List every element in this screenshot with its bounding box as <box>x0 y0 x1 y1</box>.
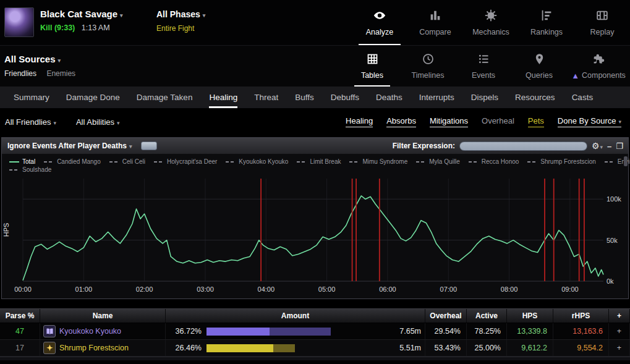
nav-label: Compare <box>419 28 451 36</box>
done-by-source-dropdown[interactable]: Done By Source▾ <box>558 116 621 127</box>
tab-debuffs[interactable]: Debuffs <box>331 87 359 108</box>
tab-interrupts[interactable]: Interrupts <box>419 87 454 108</box>
ignore-deaths-checkbox[interactable] <box>141 142 157 150</box>
tab-threat[interactable]: Threat <box>254 87 278 108</box>
clipped-table-row <box>0 357 630 360</box>
phase-dropdown[interactable]: All Phases▾ <box>156 9 205 19</box>
expand-row-button[interactable]: + <box>609 323 630 339</box>
toggle-absorbs[interactable]: Absorbs <box>386 116 416 127</box>
table-row[interactable]: 47 Kyoukoko Kyouko 36.72% 7.65m 29.54% 7… <box>0 323 630 340</box>
legend-item-total[interactable]: Total <box>9 158 35 166</box>
tab-healing[interactable]: Healing <box>209 87 237 108</box>
legend-item[interactable]: Celi Celi <box>109 158 145 166</box>
nav-compare[interactable]: Compare <box>407 0 463 45</box>
series-swatch <box>9 169 19 171</box>
header-active[interactable]: Active <box>467 309 507 323</box>
tab-resources[interactable]: Resources <box>515 87 555 108</box>
legend-item[interactable]: Soulshade <box>9 166 51 174</box>
tab-deaths[interactable]: Deaths <box>376 87 402 108</box>
nav-analyze[interactable]: Analyze <box>352 0 407 45</box>
nav-replay[interactable]: Replay <box>574 0 630 45</box>
tab-dispels[interactable]: Dispels <box>471 87 498 108</box>
list-icon <box>477 53 490 67</box>
ranking-list-icon <box>540 9 553 24</box>
fight-time: 1:13 AM <box>82 23 110 32</box>
nav-mechanics[interactable]: Mechanics <box>463 0 519 45</box>
nav-rankings[interactable]: Rankings <box>519 0 574 45</box>
header-overheal[interactable]: Overheal <box>425 309 467 323</box>
abilities-dropdown[interactable]: All Abilities▾ <box>76 117 120 127</box>
tab-summary[interactable]: Summary <box>14 87 49 108</box>
header-amount[interactable]: Amount <box>166 309 425 323</box>
fight-title-dropdown[interactable]: Black Cat Savage▾ <box>40 9 156 19</box>
tab-damage-done[interactable]: Damage Done <box>66 87 120 108</box>
tab-damage-taken[interactable]: Damage Taken <box>137 87 193 108</box>
legend-item[interactable]: Mimu Syndrome <box>349 158 407 166</box>
gear-icon[interactable]: ⚙▾ <box>592 142 603 150</box>
series-swatch <box>349 161 359 163</box>
view-tabs: Tables Timelines Events Queries ▲Compone… <box>344 46 630 87</box>
overheal-bar-segment <box>270 328 330 336</box>
svg-text:01:00: 01:00 <box>75 286 93 293</box>
view-tab-label: Tables <box>361 71 383 80</box>
tab-casts[interactable]: Casts <box>572 87 594 108</box>
view-tab-tables[interactable]: Tables <box>344 46 400 87</box>
hps-chart[interactable]: 00:0001:0002:0003:0004:0005:0006:0007:00… <box>2 175 628 298</box>
toggle-overheal[interactable]: Overheal <box>482 116 514 127</box>
fight-title: Black Cat Savage <box>40 9 117 19</box>
toggle-mitigations[interactable]: Mitigations <box>430 116 468 127</box>
player-name-link[interactable]: Kyoukoko Kyouko <box>59 327 121 336</box>
legend-item[interactable]: Limit Break <box>297 158 341 166</box>
fight-avatar <box>4 7 34 37</box>
star-job-icon <box>43 342 56 354</box>
legend-item[interactable]: Holycrapit'sa Deer <box>154 158 217 166</box>
view-tab-label: Timelines <box>411 71 444 80</box>
svg-text:09:00: 09:00 <box>561 286 579 293</box>
healing-bar-segment <box>206 344 273 352</box>
header-parse[interactable]: Parse % <box>0 309 40 323</box>
nav-label: Replay <box>590 28 615 36</box>
panel-scrollbar[interactable] <box>624 156 628 166</box>
series-swatch <box>154 161 164 163</box>
active-value: 78.25% <box>467 323 507 339</box>
view-tab-components[interactable]: ▲Components <box>567 46 630 87</box>
header-expand[interactable]: + <box>609 309 630 323</box>
toggle-healing[interactable]: Healing <box>346 116 373 127</box>
maximize-icon[interactable]: ❐ <box>616 142 623 150</box>
toggle-pets[interactable]: Pets <box>528 116 544 127</box>
view-tab-label: Events <box>472 71 495 80</box>
svg-text:00:00: 00:00 <box>14 286 32 293</box>
header-name[interactable]: Name <box>40 309 166 323</box>
expand-row-button[interactable]: + <box>609 340 630 356</box>
view-tab-events[interactable]: Events <box>456 46 511 87</box>
player-name-link[interactable]: Shrump Forestscion <box>59 344 129 352</box>
sources-dropdown[interactable]: All Sources▾ <box>4 54 75 64</box>
legend-item[interactable]: Shrump Forestscion <box>527 158 595 166</box>
minimize-icon[interactable]: – <box>607 142 611 150</box>
view-tab-queries[interactable]: Queries <box>511 46 567 87</box>
rhps-value: 13,163.6 <box>553 323 609 339</box>
nav-label: Rankings <box>530 28 563 36</box>
table-row[interactable]: 17 Shrump Forestscion 26.46% 5.51m 53.43… <box>0 340 630 357</box>
header-rhps[interactable]: rHPS <box>553 309 609 323</box>
abilities-dropdown-label: All Abilities <box>76 117 114 127</box>
friendlies-dropdown[interactable]: All Friendlies▾ <box>5 117 56 127</box>
tab-buffs[interactable]: Buffs <box>295 87 314 108</box>
healing-toggles: Healing Absorbs Mitigations Overheal Pet… <box>346 116 621 127</box>
legend-item[interactable]: Candied Mango <box>44 158 101 166</box>
sources-enemies[interactable]: Enemies <box>46 69 75 78</box>
view-tab-timelines[interactable]: Timelines <box>400 46 456 87</box>
legend-item[interactable]: Myla Quille <box>416 158 459 166</box>
legend-item[interactable]: Kyoukoko Kyouko <box>226 158 288 166</box>
parse-value[interactable]: 47 <box>0 323 40 339</box>
sources-friendlies[interactable]: Friendlies <box>4 69 36 78</box>
ignore-deaths-dropdown[interactable]: Ignore Events After Player Deaths▾ <box>7 142 132 150</box>
eye-icon <box>373 9 386 24</box>
filter-expression-input[interactable] <box>459 142 587 151</box>
header-hps[interactable]: HPS <box>507 309 553 323</box>
chevron-down-icon: ▾ <box>129 143 132 150</box>
report-tabs: Summary Damage Done Damage Taken Healing… <box>0 87 630 109</box>
legend-item[interactable]: Recca Honoo <box>469 158 519 166</box>
parse-value[interactable]: 17 <box>0 340 40 356</box>
phase-title: All Phases <box>156 9 200 19</box>
